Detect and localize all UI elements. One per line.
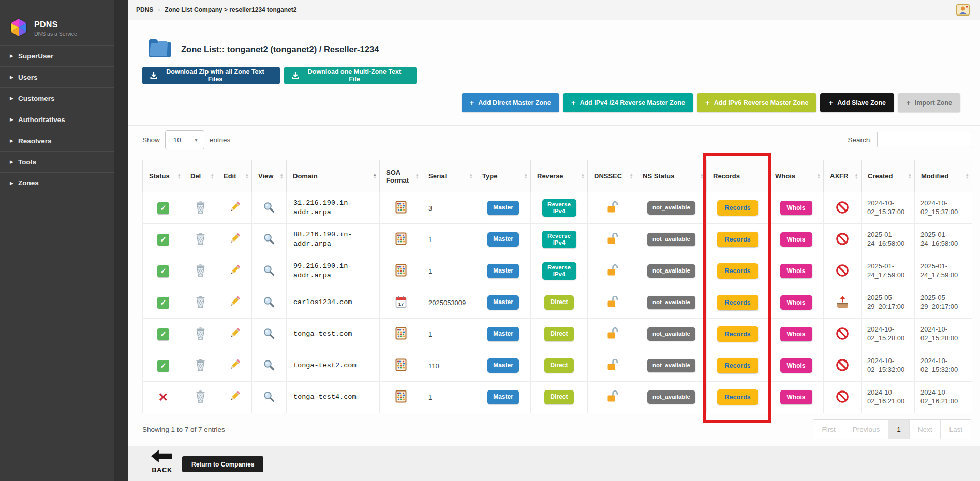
whois-button[interactable]: Whois (780, 358, 812, 373)
page-size-select[interactable]: 10 ▼ (165, 130, 204, 149)
delete-button[interactable] (195, 264, 206, 277)
edit-button[interactable] (228, 327, 241, 340)
sort-caret-icon: ▲▼ (855, 173, 858, 179)
reverse-badge: Direct (544, 327, 573, 341)
sidebar-item-users[interactable]: ▶Users (0, 66, 114, 87)
view-button[interactable] (263, 390, 275, 403)
edit-button[interactable] (228, 295, 241, 308)
delete-button[interactable] (195, 232, 206, 246)
records-button[interactable]: Records (717, 232, 758, 247)
add-zone-button-group: +Add Direct Master Zone+Add IPv4 /24 Rev… (462, 93, 960, 112)
show-label: Show (142, 136, 160, 144)
sidebar-item-resolvers[interactable]: ▶Resolvers (0, 130, 114, 151)
type-badge: Master (487, 358, 519, 373)
records-button[interactable]: Records (717, 358, 758, 373)
column-header-edit[interactable]: Edit▲▼ (217, 160, 252, 192)
app-tagline: DNS as a Service (34, 31, 77, 37)
column-header-serial[interactable]: Serial▲▼ (422, 160, 476, 192)
back-control[interactable]: BACK (151, 449, 173, 474)
view-button[interactable] (263, 296, 275, 308)
sidebar-item-tools[interactable]: ▶Tools (0, 151, 114, 172)
delete-button[interactable] (195, 295, 206, 309)
pagination-previous[interactable]: Previous (844, 420, 888, 439)
records-button[interactable]: Records (717, 263, 758, 279)
whois-button[interactable]: Whois (780, 232, 812, 247)
chevron-right-icon: ▶ (10, 181, 13, 186)
sidebar-item-zones[interactable]: ▶Zones (0, 172, 114, 193)
add-ipv4-24-reverse-master-zone-button[interactable]: +Add IPv4 /24 Reverse Master Zone (563, 93, 693, 112)
column-header-view[interactable]: View▲▼ (252, 160, 287, 192)
view-button[interactable] (263, 327, 275, 340)
column-header-axfr[interactable]: AXFR▲▼ (824, 160, 862, 192)
column-header-del[interactable]: Del▲▼ (184, 160, 217, 192)
whois-button[interactable]: Whois (780, 201, 812, 215)
column-header-dnssec[interactable]: DNSSEC▲▼ (588, 160, 636, 192)
whois-button[interactable]: Whois (780, 327, 812, 341)
bottom-bar: BACK Return to Companies (128, 446, 980, 481)
breadcrumb-bar: PDNS › Zone List Company > reseller1234 … (128, 0, 980, 20)
column-header-soa-format[interactable]: SOA Format▲▼ (380, 160, 422, 192)
sidebar-item-customers[interactable]: ▶Customers (0, 87, 114, 109)
whois-button[interactable]: Whois (780, 390, 812, 404)
view-button[interactable] (263, 264, 275, 277)
delete-button[interactable] (195, 201, 206, 214)
add-direct-master-zone-button[interactable]: +Add Direct Master Zone (462, 93, 559, 112)
edit-button[interactable] (228, 232, 241, 245)
column-header-created[interactable]: Created▲▼ (862, 160, 915, 192)
status-ok-icon: ✓ (157, 234, 169, 246)
sidebar-item-authoritatives[interactable]: ▶Authoritatives (0, 109, 114, 130)
view-button[interactable] (263, 233, 275, 245)
download-multizone-button[interactable]: Download one Multi-Zone Text File (284, 67, 417, 84)
edit-button[interactable] (228, 201, 241, 214)
pagination-last[interactable]: Last (940, 420, 971, 439)
whois-button[interactable]: Whois (780, 295, 812, 310)
status-ok-icon: ✓ (157, 202, 169, 214)
lock-open-icon (606, 232, 618, 245)
delete-button[interactable] (195, 358, 206, 372)
zone-table-body: ✓ (143, 192, 972, 413)
column-header-modified[interactable]: Modified▲▼ (915, 160, 972, 192)
sidebar-item-superuser[interactable]: ▶SuperUser (0, 45, 114, 66)
pagination-1[interactable]: 1 (888, 420, 909, 439)
lock-open-icon (606, 390, 618, 403)
add-ipv6-reverse-master-zone-button[interactable]: +Add IPv6 Reverse Master Zone (697, 93, 816, 112)
edit-button[interactable] (228, 264, 241, 277)
app-logo: PDNS DNS as a Service (0, 0, 128, 45)
column-header-ns-status[interactable]: NS Status▲▼ (636, 160, 707, 192)
search-input[interactable] (877, 132, 971, 147)
pagination-first[interactable]: First (813, 420, 843, 439)
soa-format-cell (380, 192, 422, 224)
ns-status-badge: not_available (647, 201, 695, 214)
delete-button[interactable] (195, 390, 206, 403)
return-to-companies-button[interactable]: Return to Companies (182, 456, 263, 472)
column-header-whois[interactable]: Whois▲▼ (769, 160, 824, 192)
view-button[interactable] (263, 201, 275, 214)
records-button[interactable]: Records (717, 389, 758, 405)
column-header-reverse[interactable]: Reverse▲▼ (531, 160, 588, 192)
app-name: PDNS (34, 20, 77, 29)
breadcrumb-root-link[interactable]: PDNS (136, 6, 153, 13)
ns-status-badge: not_available (647, 390, 695, 403)
pagination-next[interactable]: Next (909, 420, 941, 439)
import-zone-button[interactable]: +Import Zone (898, 93, 960, 112)
table-row: ✓ (143, 287, 972, 319)
column-header-type[interactable]: Type▲▼ (476, 160, 531, 192)
created-text: 2024-10-02_15:32:00 (867, 357, 904, 373)
edit-button[interactable] (228, 358, 241, 371)
axfr-upload-button[interactable] (836, 296, 849, 308)
soa-format-cell (380, 255, 422, 287)
records-button[interactable]: Records (717, 326, 758, 342)
whois-button[interactable]: Whois (780, 264, 812, 278)
delete-button[interactable] (195, 327, 206, 340)
user-avatar-icon[interactable] (956, 4, 970, 16)
records-button[interactable]: Records (717, 295, 758, 310)
records-button[interactable]: Records (717, 200, 758, 216)
column-header-domain[interactable]: Domain▲▼ (287, 160, 380, 192)
type-badge: Master (487, 327, 519, 341)
download-zip-button[interactable]: Download Zip with all Zone Text Files (142, 67, 280, 84)
view-button[interactable] (263, 359, 275, 371)
column-header-status[interactable]: Status▲▼ (143, 160, 184, 192)
column-header-records[interactable]: Records (707, 160, 769, 192)
add-slave-zone-button[interactable]: +Add Slave Zone (820, 93, 894, 112)
edit-button[interactable] (228, 390, 241, 403)
